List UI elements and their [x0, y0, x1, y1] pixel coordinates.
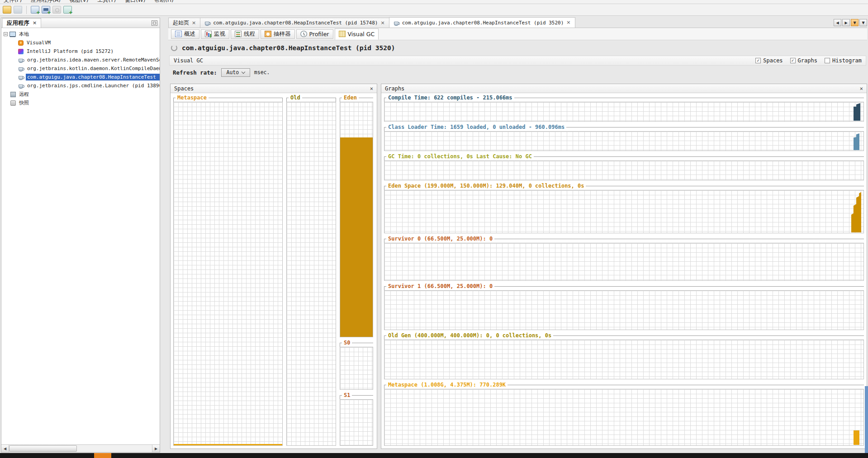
compile-time-chart: [384, 102, 864, 122]
compare-snapshots-icon[interactable]: [63, 6, 72, 14]
compile-time-section: Compile Time: 622 compiles - 215.066ms: [384, 95, 864, 122]
survivor1-title: Survivor 1 (66.500M, 25.000M): 0: [386, 283, 494, 289]
metaspace-graph-title: Metaspace (1.008G, 4.375M): 770.289K: [386, 382, 508, 388]
close-icon[interactable]: ×: [566, 20, 570, 25]
menu-view[interactable]: 视图(V): [69, 0, 90, 4]
eden-space-label: Eden: [342, 95, 359, 101]
save-icon[interactable]: [14, 6, 22, 14]
refresh-rate-select[interactable]: Auto: [221, 68, 250, 77]
subtab-overview[interactable]: 概述: [171, 29, 199, 39]
checkbox-checked-icon[interactable]: ✓: [755, 58, 761, 63]
tab-heapinstancetest-3520[interactable]: com.atguigu.java.chapter08.HeapInstanceT…: [389, 17, 575, 28]
graphs-panel-title: Graphs: [385, 85, 404, 92]
graphs-panel: Graphs × Compile Time: 622 compiles - 21…: [381, 84, 867, 449]
compile-time-bar: [854, 103, 860, 121]
process-title: com.atguigu.java.chapter08.HeapInstanceT…: [182, 44, 395, 52]
applications-sidebar: 应用程序 × 本地 VisualVM IntelliJ Platform (pi…: [1, 18, 160, 453]
scroll-tabs-left-icon[interactable]: ◀: [834, 19, 841, 26]
eden-space-chart: [340, 102, 373, 337]
java-cup-icon: [394, 20, 399, 26]
tab-heapinstancetest-15748[interactable]: com.atguigu.java.chapter08.HeapInstanceT…: [200, 18, 389, 28]
profiler-clock-icon: [300, 31, 307, 37]
eden-usage-fill: [340, 137, 373, 337]
snapshot-icon[interactable]: [52, 6, 61, 14]
subtab-profiler[interactable]: Profiler: [296, 29, 333, 39]
applications-tree: 本地 VisualVM IntelliJ Platform (pid 15272…: [1, 28, 160, 444]
spaces-panel: Spaces × Metaspace: [170, 84, 377, 449]
menu-window[interactable]: 窗口(W): [124, 0, 146, 4]
s1-space-chart: [340, 399, 373, 446]
toolbar-separator: [26, 6, 27, 14]
survivor0-chart: [384, 243, 864, 281]
tree-item-snapshots[interactable]: 快照: [4, 99, 160, 107]
tab-list-dropdown-icon[interactable]: ▼: [859, 19, 867, 26]
load-snapshot-icon[interactable]: [3, 6, 11, 14]
spaces-panel-title: Spaces: [174, 85, 194, 92]
checkbox-unchecked-icon[interactable]: [825, 58, 830, 63]
checkbox-graphs[interactable]: ✓ Graphs: [790, 57, 817, 64]
panel-splitter[interactable]: [160, 18, 168, 453]
close-icon[interactable]: ×: [192, 21, 196, 25]
tree-item-local[interactable]: 本地: [4, 30, 160, 38]
visual-gc-label: Visual GC: [174, 57, 203, 64]
tree-item-kotlin-daemon[interactable]: org.jetbrains.kotlin.daemon.KotlinCompil…: [4, 64, 160, 73]
spinner-icon: [171, 45, 177, 51]
scroll-right-icon[interactable]: ▶: [152, 445, 160, 452]
taskbar-app-indicator[interactable]: [94, 453, 111, 458]
scroll-tabs-right-icon[interactable]: ▶: [842, 19, 850, 26]
close-icon[interactable]: ×: [380, 21, 384, 25]
minimize-panel-icon[interactable]: [152, 20, 157, 26]
sidebar-horizontal-scrollbar[interactable]: ◀ ▶: [1, 444, 160, 452]
tab-start-page[interactable]: 起始页 ×: [168, 18, 200, 28]
sidebar-header: 应用程序 ×: [1, 18, 160, 28]
class-loader-time-chart: [384, 131, 864, 151]
subtab-threads[interactable]: 线程: [231, 29, 259, 39]
menu-applications[interactable]: 应用程序(A): [30, 0, 62, 4]
gc-time-chart: [384, 161, 864, 180]
close-icon[interactable]: ×: [860, 85, 863, 92]
scroll-left-icon[interactable]: ◀: [1, 445, 9, 452]
tree-item-heapinstancetest[interactable]: com.atguigu.java.chapter08.HeapInstanceT…: [4, 73, 160, 81]
refresh-rate-unit: msec.: [254, 69, 270, 76]
menu-tools[interactable]: 工具(T): [96, 0, 117, 4]
checkbox-checked-icon[interactable]: ✓: [790, 58, 796, 63]
old-gen-title: Old Gen (400.000M, 400.000M): 0, 0 colle…: [386, 333, 553, 339]
menu-help[interactable]: 帮助(H): [153, 0, 174, 4]
checkbox-spaces[interactable]: ✓ Spaces: [755, 57, 783, 64]
tree-item-jps-launcher[interactable]: org.jetbrains.jps.cmdline.Launcher (pid …: [4, 81, 160, 90]
old-space-chart: [286, 102, 336, 446]
collapse-toggle-icon[interactable]: [4, 32, 8, 36]
intellij-icon: [18, 49, 24, 54]
add-application-icon[interactable]: [31, 6, 39, 14]
scrollbar-thumb[interactable]: [9, 445, 77, 452]
graphs-panel-header: Graphs ×: [381, 84, 867, 93]
tree-item-intellij[interactable]: IntelliJ Platform (pid 15272): [4, 47, 160, 56]
close-icon[interactable]: ×: [33, 21, 37, 25]
subtab-visual-gc[interactable]: Visual GC: [335, 28, 379, 40]
checkbox-histogram[interactable]: Histogram: [825, 57, 862, 64]
subtab-monitor[interactable]: 监视: [201, 29, 229, 39]
close-icon[interactable]: ×: [370, 85, 373, 92]
process-header: com.atguigu.java.chapter08.HeapInstanceT…: [168, 40, 867, 55]
class-loader-time-title: Class Loader Time: 1659 loaded, 0 unload…: [386, 124, 566, 130]
sidebar-tab-applications[interactable]: 应用程序 ×: [2, 18, 41, 28]
refresh-rate-label: Refresh rate:: [173, 69, 217, 76]
visual-gc-icon: [339, 31, 346, 37]
menu-file[interactable]: 文件(F): [3, 0, 23, 4]
metaspace-space-label: Metaspace: [175, 95, 209, 101]
s0-space-chart: [340, 347, 373, 390]
tree-item-visualvm[interactable]: VisualVM: [4, 38, 160, 47]
overview-icon: [175, 31, 182, 37]
old-gen-section: Old Gen (400.000M, 400.000M): 0, 0 colle…: [384, 333, 864, 379]
maximize-dropdown-icon[interactable]: ▼: [851, 19, 859, 26]
os-taskbar: [0, 453, 868, 458]
subtab-sampler[interactable]: 抽样器: [261, 29, 295, 39]
tree-item-maven-server[interactable]: org.jetbrains.idea.maven.server.RemoteMa…: [4, 56, 160, 64]
sampler-icon: [265, 31, 271, 37]
tree-item-remote[interactable]: 远程: [4, 90, 160, 99]
computer-icon: [9, 32, 16, 37]
young-spaces-column: Eden S0: [340, 95, 373, 446]
eden-space-graph-title: Eden Space (199.000M, 150.000M): 129.040…: [386, 183, 586, 189]
add-jmx-connection-icon[interactable]: [42, 6, 50, 14]
checkbox-group: ✓ Spaces ✓ Graphs Histogram: [755, 57, 862, 64]
